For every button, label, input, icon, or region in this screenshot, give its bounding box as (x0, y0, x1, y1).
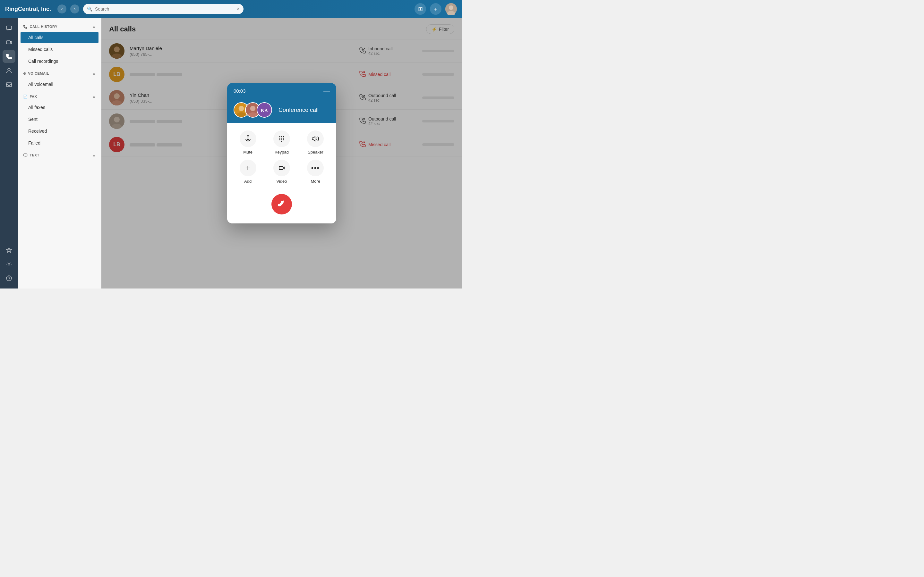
call-history-title: 📞 CALL HISTORY (23, 25, 57, 29)
voicemail-section-icon: ⊙ (23, 71, 26, 76)
nav-item-call-recordings[interactable]: Call recordings (21, 55, 99, 67)
call-history-chevron: ▲ (92, 24, 96, 29)
overlay: 00:03 — (102, 18, 462, 288)
call-end-area (234, 191, 330, 216)
nav-item-failed[interactable]: Failed (21, 137, 99, 149)
voicemail-chevron: ▲ (92, 71, 96, 76)
add-button[interactable]: + Add (234, 160, 262, 184)
topbar-actions: ⊞ ＋ (415, 3, 457, 15)
sidebar-video-btn[interactable] (3, 36, 15, 49)
user-avatar[interactable] (445, 3, 457, 15)
sidebar-inbox-btn[interactable] (3, 78, 15, 91)
video-button[interactable]: Video (267, 160, 296, 184)
svg-rect-4 (6, 41, 10, 44)
nav-forward-button[interactable]: › (70, 5, 79, 13)
svg-point-38 (281, 139, 282, 140)
nav-item-all-calls[interactable]: All calls (21, 32, 99, 43)
svg-point-37 (279, 139, 280, 140)
svg-point-35 (281, 138, 282, 139)
voicemail-title: ⊙ VOICEMAIL (23, 71, 49, 76)
nav-item-missed-calls[interactable]: Missed calls (21, 44, 99, 55)
fax-chevron: ▲ (92, 94, 96, 99)
speaker-icon (307, 131, 324, 147)
svg-point-36 (283, 138, 284, 139)
speaker-button[interactable]: Speaker (301, 131, 330, 155)
add-button[interactable]: ＋ (430, 3, 441, 15)
svg-point-40 (281, 141, 282, 142)
conference-call-modal: 00:03 — (227, 83, 336, 223)
end-call-icon (277, 200, 286, 209)
nav-item-all-voicemail[interactable]: All voicemail (21, 79, 99, 90)
speaker-label: Speaker (308, 150, 323, 155)
keypad-label: Keypad (275, 150, 289, 155)
call-timer: 00:03 (234, 88, 246, 93)
app-title: RingCentral, Inc. (5, 6, 51, 13)
end-call-button[interactable] (271, 194, 292, 214)
phone-section-icon: 📞 (23, 25, 28, 29)
fax-section-icon: 📄 (23, 95, 28, 99)
sidebar-help-btn[interactable] (3, 272, 15, 285)
svg-point-26 (239, 106, 244, 111)
call-controls: Mute Keypad Speaker (234, 131, 330, 184)
kk-initials: KK (261, 107, 268, 113)
nav-item-sent[interactable]: Sent (21, 113, 99, 125)
call-history-section-header[interactable]: 📞 CALL HISTORY ▲ (18, 21, 101, 31)
grid-icon-button[interactable]: ⊞ (415, 3, 426, 15)
svg-point-5 (8, 68, 10, 71)
modal-body: Mute Keypad Speaker (227, 123, 336, 223)
sidebar-messages-btn[interactable] (3, 22, 15, 35)
text-section-header[interactable]: 💬 TEXT ▲ (18, 149, 101, 160)
icon-sidebar (0, 18, 18, 288)
video-label: Video (276, 179, 287, 184)
conference-participant-kk: KK (257, 102, 272, 118)
sidebar-extensions-btn[interactable] (3, 243, 15, 256)
keypad-button[interactable]: Keypad (267, 131, 296, 155)
user-avatar-image (445, 3, 457, 15)
more-icon: ••• (307, 160, 324, 176)
nav-sidebar: 📞 CALL HISTORY ▲ All calls Missed calls … (18, 18, 102, 288)
topbar: RingCentral, Inc. ‹ › 🔍 × ⊞ ＋ (0, 0, 462, 18)
more-label: More (311, 179, 320, 184)
svg-point-29 (250, 106, 256, 111)
content-area: All calls ⚡ Filter Martyn Daniele (6 (102, 18, 462, 288)
nav-item-all-faxes[interactable]: All faxes (21, 102, 99, 113)
mute-button[interactable]: Mute (234, 131, 262, 155)
search-bar: 🔍 × (83, 4, 244, 14)
conference-title: Conference call (278, 107, 318, 113)
svg-point-1 (449, 5, 453, 10)
text-chevron: ▲ (92, 153, 96, 157)
mute-label: Mute (243, 150, 252, 155)
svg-marker-41 (312, 137, 315, 141)
search-clear-icon[interactable]: × (237, 6, 240, 12)
add-label: Add (244, 179, 252, 184)
sidebar-phone-btn[interactable] (3, 50, 15, 63)
search-icon: 🔍 (87, 6, 92, 11)
sidebar-contacts-btn[interactable] (3, 64, 15, 77)
nav-item-received[interactable]: Received (21, 125, 99, 137)
voicemail-section-header[interactable]: ⊙ VOICEMAIL ▲ (18, 67, 101, 78)
mute-icon (240, 131, 256, 147)
modal-header: 00:03 — (227, 83, 336, 98)
text-section-icon: 💬 (23, 153, 28, 157)
more-button[interactable]: ••• More (301, 160, 330, 184)
video-call-icon (273, 160, 290, 176)
modal-avatars-area: KK Conference call (227, 98, 336, 123)
svg-point-39 (283, 139, 284, 140)
keypad-icon (273, 131, 290, 147)
search-input[interactable] (95, 6, 234, 11)
fax-title: 📄 FAX (23, 95, 37, 99)
minimize-button[interactable]: — (323, 87, 330, 94)
svg-point-33 (283, 136, 284, 137)
svg-point-34 (279, 138, 280, 139)
svg-point-31 (279, 136, 280, 137)
fax-section-header[interactable]: 📄 FAX ▲ (18, 90, 101, 101)
add-call-icon: + (240, 160, 256, 176)
svg-rect-3 (6, 26, 11, 29)
conference-avatars: KK (234, 102, 272, 118)
text-title: 💬 TEXT (23, 153, 39, 157)
sidebar-settings-btn[interactable] (3, 258, 15, 271)
main-layout: 📞 CALL HISTORY ▲ All calls Missed calls … (0, 18, 462, 288)
nav-back-button[interactable]: ‹ (57, 5, 66, 13)
svg-point-32 (281, 136, 282, 137)
svg-point-7 (8, 263, 10, 265)
